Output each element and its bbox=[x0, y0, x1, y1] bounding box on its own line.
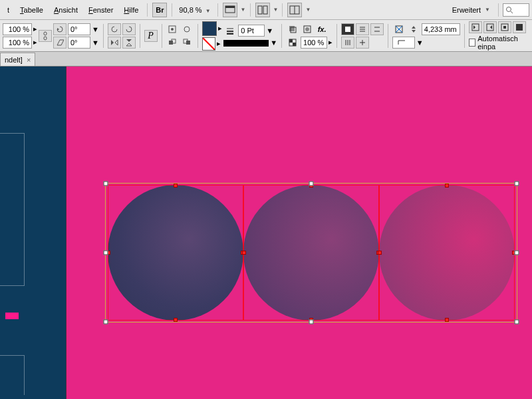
canvas[interactable] bbox=[0, 66, 532, 399]
fit-content-button[interactable] bbox=[469, 21, 482, 33]
rotate-ccw-button[interactable] bbox=[53, 23, 66, 35]
select-content-icon bbox=[182, 25, 192, 34]
bridge-button[interactable]: Br bbox=[152, 3, 167, 17]
svg-point-17 bbox=[171, 28, 174, 31]
menu-item-fenster[interactable]: Fenster bbox=[84, 4, 118, 16]
resize-handle-se[interactable] bbox=[515, 320, 519, 325]
resize-handle-sw[interactable] bbox=[104, 320, 108, 325]
page-thumbnail-outline bbox=[0, 133, 25, 286]
stroke-weight-icon bbox=[223, 25, 237, 37]
shear-angle[interactable]: 0° bbox=[68, 37, 90, 49]
autofit-checkbox[interactable] bbox=[469, 39, 476, 47]
svg-rect-21 bbox=[186, 41, 190, 45]
svg-marker-50 bbox=[473, 25, 475, 29]
resize-handle-n[interactable] bbox=[309, 182, 314, 186]
workspace-switcher[interactable]: Erweitert ▼ bbox=[448, 5, 494, 15]
svg-marker-10 bbox=[57, 28, 59, 31]
prev-object-icon bbox=[168, 38, 177, 47]
document-tab[interactable]: ndelt] × bbox=[0, 53, 35, 66]
wrap-jump-icon bbox=[373, 25, 381, 33]
layout-icon bbox=[289, 5, 300, 15]
link-button[interactable] bbox=[39, 30, 52, 42]
no-stroke-swatch[interactable] bbox=[202, 37, 215, 51]
separator bbox=[498, 3, 499, 17]
stroke-style-dropdown[interactable] bbox=[223, 40, 269, 47]
fit-frame-icon bbox=[486, 23, 494, 31]
svg-marker-15 bbox=[126, 43, 132, 46]
resize-handle-nw[interactable] bbox=[104, 182, 108, 186]
pasteboard bbox=[0, 66, 66, 399]
resize-handle-ne[interactable] bbox=[515, 182, 519, 186]
page-edge-guide bbox=[66, 66, 66, 399]
svg-rect-19 bbox=[169, 41, 173, 45]
view-mode-button[interactable] bbox=[223, 3, 237, 17]
resize-handle-e[interactable] bbox=[515, 251, 519, 255]
fit-frame-button[interactable] bbox=[483, 21, 497, 33]
menu-bar: t Tabelle Ansicht Fenster Hilfe Br 90,8 … bbox=[0, 0, 532, 20]
corner-options[interactable] bbox=[392, 37, 415, 49]
selection-bounding-box[interactable] bbox=[105, 183, 517, 323]
menu-item-t[interactable]: t bbox=[3, 4, 14, 16]
fill-frame-icon bbox=[515, 23, 523, 31]
svg-rect-3 bbox=[263, 6, 267, 14]
stroke-opacity-input[interactable]: 100 % bbox=[301, 37, 327, 49]
svg-rect-2 bbox=[258, 6, 262, 14]
menu-item-ansicht[interactable]: Ansicht bbox=[49, 4, 82, 16]
next-object-icon bbox=[182, 38, 192, 47]
select-content-button[interactable] bbox=[180, 23, 194, 35]
fill-swatch[interactable] bbox=[202, 21, 217, 36]
wrap-button-3[interactable] bbox=[370, 23, 384, 35]
rotate-cw-icon bbox=[110, 25, 118, 33]
shear-button[interactable] bbox=[53, 37, 66, 49]
svg-marker-13 bbox=[115, 40, 118, 45]
corner-icon bbox=[397, 39, 410, 46]
separator bbox=[147, 3, 148, 17]
wrap-col-icon bbox=[344, 39, 352, 47]
wrap-button-2[interactable] bbox=[356, 23, 369, 35]
svg-rect-26 bbox=[289, 26, 295, 31]
center-content-button[interactable] bbox=[498, 21, 511, 33]
wrap-button-4[interactable] bbox=[341, 37, 354, 49]
rotate-ccw-button-2[interactable] bbox=[122, 23, 136, 35]
fill-frame-button[interactable] bbox=[513, 21, 526, 33]
rotate-ccw-icon bbox=[125, 25, 133, 33]
effects-button-1[interactable] bbox=[286, 23, 299, 35]
separator bbox=[282, 3, 283, 17]
stepper-up-down[interactable] bbox=[407, 23, 420, 35]
close-tab-button[interactable]: × bbox=[27, 56, 31, 64]
svg-marker-47 bbox=[412, 26, 416, 29]
flip-h-button[interactable] bbox=[108, 37, 121, 49]
measurement-input[interactable]: 4,233 mm bbox=[422, 23, 460, 35]
rotation-angle-1[interactable]: 0° bbox=[68, 23, 90, 35]
svg-marker-48 bbox=[412, 30, 416, 33]
effects-button-2[interactable] bbox=[301, 23, 314, 35]
svg-point-6 bbox=[507, 7, 511, 11]
type-on-path-button[interactable]: P bbox=[144, 30, 158, 42]
arrange-button-1[interactable] bbox=[255, 3, 270, 17]
search-input[interactable] bbox=[503, 3, 529, 17]
opacity-2[interactable]: 100 % bbox=[3, 37, 32, 49]
wrap-button-5[interactable] bbox=[356, 37, 369, 49]
opacity-1[interactable]: 100 % bbox=[3, 23, 32, 35]
select-container-button[interactable] bbox=[166, 23, 179, 35]
select-prev-button[interactable] bbox=[166, 37, 179, 49]
svg-point-29 bbox=[305, 27, 309, 31]
wrap-button-1[interactable] bbox=[341, 23, 354, 35]
menu-item-tabelle[interactable]: Tabelle bbox=[15, 4, 48, 16]
svg-point-18 bbox=[184, 27, 190, 32]
shear-icon bbox=[56, 39, 64, 47]
rotate-cw-button[interactable] bbox=[108, 23, 121, 35]
fx-button[interactable]: fx. bbox=[315, 23, 329, 35]
resize-handle-w[interactable] bbox=[104, 251, 108, 255]
stroke-weight-input[interactable]: 0 Pt bbox=[238, 25, 265, 37]
wrap-shape-icon bbox=[358, 25, 366, 33]
flip-v-button[interactable] bbox=[122, 37, 136, 49]
flip-v-icon bbox=[125, 39, 133, 47]
arrange-button-2[interactable] bbox=[287, 3, 302, 17]
wrap-bounding-icon bbox=[344, 25, 352, 33]
menu-item-hilfe[interactable]: Hilfe bbox=[119, 4, 143, 16]
resize-handle-s[interactable] bbox=[309, 320, 314, 325]
zoom-level[interactable]: 90,8 % ▼ bbox=[179, 6, 210, 14]
screen-mode-icon bbox=[225, 5, 235, 15]
select-next-button[interactable] bbox=[180, 37, 194, 49]
